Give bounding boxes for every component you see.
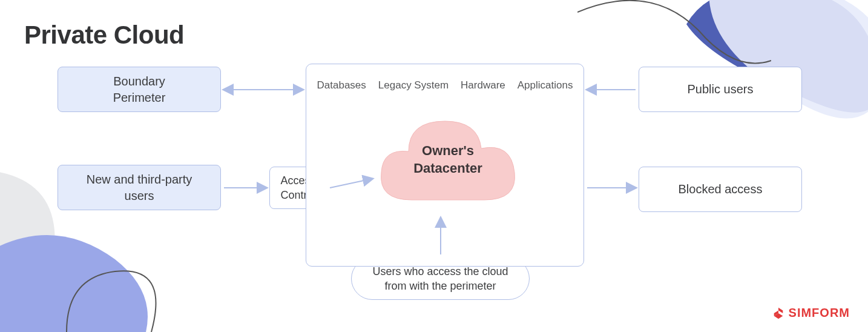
simform-logo-text: SIMFORM (789, 306, 850, 320)
node-third-party-users: New and third-partyusers (58, 165, 221, 210)
datacenter-item: Legacy System (378, 79, 449, 91)
node-blocked-access: Blocked access (639, 167, 802, 212)
datacenter-items-row: Databases Legacy System Hardware Applica… (306, 79, 584, 91)
simform-logo: SIMFORM (772, 306, 850, 320)
node-public-users: Public users (639, 67, 802, 112)
node-boundary-perimeter: BoundaryPerimeter (58, 67, 221, 112)
datacenter-item: Databases (317, 79, 366, 91)
simform-logo-icon (772, 307, 785, 320)
datacenter-item: Applications (518, 79, 573, 91)
datacenter-item: Hardware (461, 79, 505, 91)
decorative-blob-bottom-left (0, 223, 169, 332)
diagram-title: Private Cloud (24, 21, 184, 50)
datacenter-cloud-label: Owner'sDatacenter (375, 142, 521, 177)
